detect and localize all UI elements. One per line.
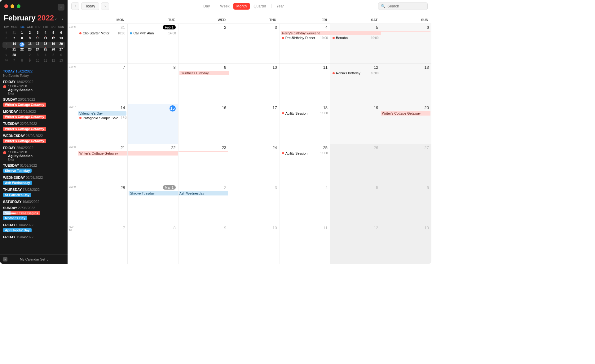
day-cell[interactable]: 2Ash Wednesday xyxy=(178,184,229,224)
view-day[interactable]: Day xyxy=(200,3,213,10)
day-cell[interactable]: 22 xyxy=(127,144,178,184)
today-button[interactable]: Today xyxy=(81,2,99,10)
mini-day[interactable]: 6 xyxy=(57,53,65,59)
mini-day[interactable]: 5• xyxy=(50,31,57,37)
mini-day[interactable]: 23• xyxy=(26,48,34,53)
mini-day[interactable]: 1• xyxy=(18,53,26,59)
day-cell[interactable]: 31Clio Starter Motor10:00 xyxy=(77,24,127,64)
view-quarter[interactable]: Quarter xyxy=(250,3,269,10)
mini-day[interactable]: 5 xyxy=(50,53,57,59)
day-cell[interactable]: 6 xyxy=(381,24,431,64)
day-cell[interactable]: 16 xyxy=(178,104,229,144)
day-cell[interactable]: 12 xyxy=(330,224,381,264)
day-cell[interactable]: 21Writer's Cottage Getaway xyxy=(77,144,127,184)
checkbox-icon[interactable]: ✓ xyxy=(3,257,7,261)
view-month[interactable]: Month xyxy=(233,3,250,10)
day-cell[interactable]: 9Gunther's Birthday xyxy=(178,64,229,103)
event[interactable]: Robin's birthday16:00 xyxy=(331,71,380,75)
mini-day[interactable]: 27 xyxy=(57,48,65,53)
zoom-icon[interactable] xyxy=(17,4,20,8)
day-cell[interactable]: Feb 1Call with Alan14:00 xyxy=(127,24,178,64)
agenda-event-pill[interactable]: St Patrick's Day xyxy=(3,193,31,197)
event[interactable]: Agility Session11:00 xyxy=(281,111,329,116)
event[interactable]: Patagonia Sample Sale18:30 xyxy=(78,116,126,120)
event[interactable]: Pre-Birthday Dinner19:00 xyxy=(281,36,329,40)
mini-day[interactable]: 24• xyxy=(34,48,42,53)
day-cell[interactable]: 18Agility Session11:00 xyxy=(280,104,330,144)
search-input[interactable] xyxy=(387,4,431,8)
mini-day[interactable]: 18• xyxy=(42,42,49,48)
search-box[interactable]: 🔍 xyxy=(378,2,428,10)
event[interactable]: Agility Session11:00 xyxy=(281,151,329,156)
day-cell[interactable]: 10 xyxy=(229,64,279,103)
add-event-button[interactable]: + xyxy=(58,4,64,11)
day-cell[interactable]: 23 xyxy=(178,144,229,184)
mini-day[interactable]: 26 xyxy=(50,48,57,53)
mini-calendar[interactable]: CWMONTUEWEDTHUFRISATSUN5311•2•3•4•5•6678… xyxy=(0,24,68,68)
mini-day[interactable]: 1• xyxy=(18,31,26,37)
mini-day[interactable]: 10• xyxy=(34,37,42,42)
event-bar[interactable] xyxy=(178,151,228,152)
mini-day[interactable]: 9• xyxy=(26,37,34,42)
mini-day[interactable]: 28 xyxy=(10,53,18,59)
day-cell[interactable]: 8 xyxy=(127,64,178,103)
day-cell[interactable]: 7 xyxy=(77,224,127,264)
mini-day[interactable]: 9 xyxy=(26,59,34,64)
mini-day[interactable]: 6 xyxy=(57,31,65,37)
month-grid[interactable]: CW 531Clio Starter Motor10:00Feb 1Call w… xyxy=(68,24,431,264)
view-week[interactable]: Week xyxy=(217,3,232,10)
day-cell[interactable]: 6 xyxy=(381,184,431,224)
mini-day[interactable]: 11 xyxy=(42,59,49,64)
agenda-event-pill[interactable]: Mother's Day xyxy=(3,216,27,220)
day-cell[interactable]: 15 xyxy=(127,104,178,144)
mini-day[interactable]: 15 xyxy=(18,42,26,48)
mini-day[interactable]: 19 xyxy=(50,42,57,48)
minimize-icon[interactable] xyxy=(11,4,14,8)
day-cell[interactable]: Mar 1Shrove Tuesday xyxy=(127,184,178,224)
agenda-event-pill[interactable]: Shrove Tuesday xyxy=(3,169,32,173)
day-cell[interactable]: 3 xyxy=(229,184,279,224)
day-cell[interactable]: 24 xyxy=(229,144,279,184)
mini-day[interactable]: 3• xyxy=(34,31,42,37)
mini-day[interactable]: 25• xyxy=(42,48,49,53)
mini-day[interactable]: 12 xyxy=(50,37,57,42)
event-bar[interactable]: Ash Wednesday xyxy=(178,191,228,195)
event-bar[interactable]: Gunther's Birthday xyxy=(179,71,229,75)
mini-day[interactable]: 2• xyxy=(26,53,34,59)
day-cell[interactable]: 11 xyxy=(280,64,330,103)
prev-button[interactable]: ‹ xyxy=(71,2,79,10)
day-cell[interactable]: 8 xyxy=(127,224,178,264)
agenda-event-pill[interactable]: Summer Time Begins xyxy=(3,211,40,215)
event-bar[interactable]: Shrove Tuesday xyxy=(129,191,178,195)
mini-day[interactable]: 22• xyxy=(18,48,26,53)
day-cell[interactable]: 10 xyxy=(229,224,279,264)
mini-day[interactable]: 13 xyxy=(57,37,65,42)
mini-day[interactable]: 13 xyxy=(57,59,65,64)
day-cell[interactable]: 3 xyxy=(229,24,279,64)
agenda-list[interactable]: TODAY 15/02/2022No Events TodayFRIDAY 18… xyxy=(0,68,68,254)
agenda-event-pill[interactable]: Writer's Cottage Getaway xyxy=(3,115,46,119)
event-bar[interactable] xyxy=(381,31,430,32)
agenda-event-pill[interactable]: April Fools' Day xyxy=(3,228,32,232)
day-cell[interactable]: 13 xyxy=(381,224,431,264)
event[interactable]: Clio Starter Motor10:00 xyxy=(78,31,126,35)
day-cell[interactable]: 9 xyxy=(178,224,229,264)
event[interactable]: Call with Alan14:00 xyxy=(129,31,177,35)
event-bar[interactable]: Harry's birthday weekend xyxy=(281,31,330,35)
calendar-set-dropdown[interactable]: My Calendar Set xyxy=(20,257,49,261)
agenda-event[interactable]: 11:00 – 12:00Agility SessionDog xyxy=(3,85,64,95)
day-cell[interactable]: 2 xyxy=(178,24,229,64)
next-month-button[interactable]: › xyxy=(60,16,64,22)
view-year[interactable]: Year xyxy=(273,3,287,10)
day-cell[interactable]: 27 xyxy=(381,144,431,184)
agenda-event-pill[interactable]: Ash Wednesday xyxy=(3,181,32,185)
day-cell[interactable]: 13 xyxy=(381,64,431,103)
day-cell[interactable]: 5 Bonobo19:00 xyxy=(330,24,381,64)
day-cell[interactable]: 12Robin's birthday16:00 xyxy=(330,64,381,103)
mini-day[interactable]: 14• xyxy=(10,42,18,48)
mini-day[interactable]: 11• xyxy=(42,37,49,42)
prev-month-button[interactable]: ‹ xyxy=(54,16,58,22)
close-icon[interactable] xyxy=(4,4,8,8)
mini-day[interactable]: 3 xyxy=(34,53,42,59)
event-bar[interactable] xyxy=(330,31,381,35)
